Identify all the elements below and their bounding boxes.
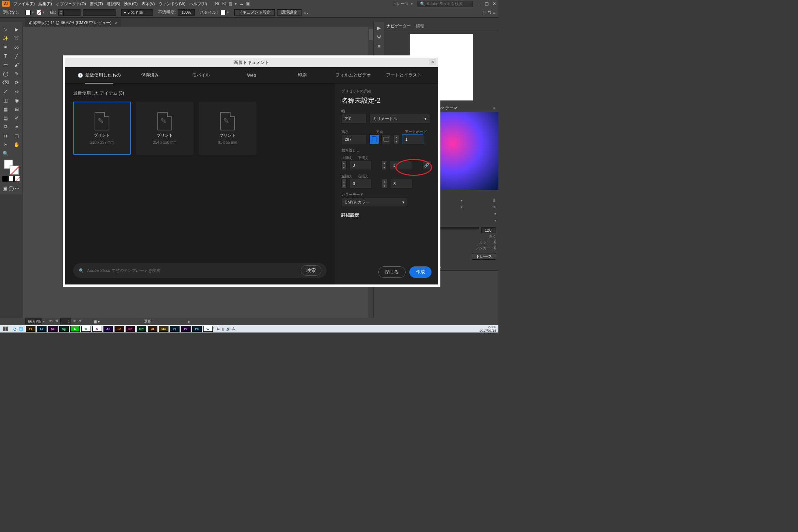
menu-type[interactable]: 書式(T) [90, 1, 103, 7]
scroll-arrow-icon[interactable]: ▸ [188, 320, 190, 324]
direct-selection-tool[interactable]: ▶ [12, 25, 21, 33]
shape-builder-tool[interactable]: ◉ [12, 96, 21, 104]
play-icon[interactable]: ▶ [377, 25, 381, 31]
tray-battery-icon[interactable]: 🗎 [216, 327, 220, 331]
tab-navigator[interactable]: ナビゲーター [386, 23, 411, 29]
free-transform-tool[interactable]: ◫ [1, 96, 10, 104]
align-icon[interactable]: ⌸ [483, 10, 485, 15]
threshold-value[interactable]: 128 [481, 227, 496, 233]
stroke-width-value[interactable] [64, 9, 81, 16]
shaper-tool[interactable]: ◯ [1, 69, 10, 78]
workspace-trace-label[interactable]: トレース [392, 1, 409, 7]
ie-icon[interactable]: e [13, 326, 16, 332]
document-name[interactable]: 名称未設定-2 [341, 96, 432, 105]
pencil-tool[interactable]: ✎ [12, 69, 21, 78]
curvature-tool[interactable]: ᔕ [12, 43, 21, 51]
preset-card[interactable]: プリント 91 x 55 mm [199, 102, 256, 155]
document-setup-button[interactable]: ドキュメント設定 [234, 9, 275, 16]
trace-button[interactable]: トレース [472, 253, 496, 260]
taskbar-app[interactable]: Sc [48, 326, 58, 332]
colormode-select[interactable]: CMYK カラー▾ [341, 197, 408, 207]
bleed-right-spinner[interactable]: ▲▼ [382, 179, 387, 188]
orientation-portrait[interactable] [369, 134, 379, 144]
stroke-width-spinner[interactable]: ▲▼ [58, 9, 64, 16]
height-input[interactable] [341, 134, 366, 144]
bleed-left-spinner[interactable]: ▲▼ [341, 179, 347, 188]
tab-recent[interactable]: 🕓最近使用したもの [74, 67, 125, 83]
preferences-button[interactable]: 環境設定 [277, 9, 301, 16]
tab-close-icon[interactable]: ✕ [115, 21, 117, 25]
taskbar-app[interactable]: Pl [170, 326, 180, 332]
preset-card[interactable]: プリント 254 x 120 mm [136, 102, 194, 155]
workspace-chevron-icon[interactable]: ▾ [411, 1, 413, 6]
screen-mode-full[interactable]: ◯ [8, 184, 14, 192]
slice-tool[interactable]: ✂ [1, 140, 10, 149]
background-color[interactable] [10, 166, 19, 175]
bridge-icon[interactable]: Br [215, 1, 219, 6]
last-page-icon[interactable]: ⏭ [79, 318, 82, 324]
chevron-down-icon[interactable]: ▾ [43, 320, 45, 324]
scale-tool[interactable]: ⤢ [1, 87, 10, 95]
chevron-down-icon[interactable]: ▾ [32, 10, 34, 15]
next-page-icon[interactable]: ▶ [74, 318, 76, 324]
opacity-value[interactable]: 100% [178, 9, 195, 16]
first-page-icon[interactable]: ⏮ [49, 318, 53, 324]
tab-film[interactable]: フィルムとビデオ [328, 67, 378, 83]
magic-wand-tool[interactable]: ✨ [1, 34, 10, 42]
tray-network-icon[interactable]: ▯ [222, 327, 224, 331]
rotate-tool[interactable]: ⟳ [12, 78, 21, 86]
menu-object[interactable]: オブジェクト(O) [56, 1, 86, 7]
width-tool[interactable]: ⇔ [12, 87, 21, 95]
arrange-icon[interactable]: ▦ [228, 1, 232, 6]
artboard-page[interactable]: 1 [60, 318, 71, 324]
stroke-swatch[interactable] [36, 10, 41, 15]
bleed-bottom[interactable] [390, 160, 412, 170]
taskbar-app[interactable]: Ai [148, 326, 157, 332]
panel-menu-icon[interactable]: ≡ [493, 106, 495, 110]
close-button[interactable]: 閉じる [378, 266, 406, 278]
taskbar-app[interactable]: ▶ [70, 326, 80, 332]
perspective-tool[interactable]: ▦ [1, 105, 10, 113]
stock-icon[interactable]: St [222, 1, 226, 6]
create-button[interactable]: 作成 [409, 266, 432, 278]
taskbar-app[interactable]: Ch [126, 326, 135, 332]
panel-menu-icon[interactable]: ≡ [378, 44, 381, 49]
adobe-stock-search[interactable]: 🔍 [417, 1, 473, 7]
window-minimize[interactable]: — [477, 1, 481, 6]
preset-card[interactable]: プリント 210 x 297 mm [73, 102, 131, 155]
chrome-icon[interactable]: 🌐 [18, 327, 24, 331]
gradient-tool[interactable]: ▤ [1, 114, 10, 122]
window-close[interactable]: ✕ [492, 1, 496, 6]
screen-mode-normal[interactable]: ▣ [2, 184, 8, 192]
prev-page-icon[interactable]: ◀ [55, 318, 58, 324]
orientation-landscape[interactable] [381, 134, 391, 144]
brush-preset[interactable]: ● 5 pt. 丸筆 [121, 9, 153, 16]
zoom-tool[interactable]: 🔍 [1, 149, 10, 157]
template-search[interactable]: 🔍 Adobe Stock で他のテンプレートを検索 検索 [73, 263, 327, 278]
taskbar-app[interactable]: Fs [26, 326, 35, 332]
bleed-left[interactable] [349, 179, 372, 188]
transform-icon[interactable]: ⇆ [488, 10, 491, 15]
chevron-down-icon[interactable]: ▾ [42, 10, 45, 15]
menu-help[interactable]: ヘルプ(H) [189, 1, 207, 7]
mesh-tool[interactable]: ⊞ [12, 105, 21, 113]
taskbar-app[interactable]: Mu [159, 326, 168, 332]
taskbar-app[interactable]: W [203, 326, 213, 332]
tray-ime-icon[interactable]: A [232, 327, 235, 331]
width-input[interactable] [341, 114, 366, 123]
eraser-tool[interactable]: ⌫ [1, 78, 10, 86]
blend-tool[interactable]: ⧉ [1, 123, 10, 131]
unit-select[interactable]: ミリメートル▾ [369, 114, 430, 123]
menu-file[interactable]: ファイル(F) [13, 1, 35, 7]
menu-window[interactable]: ウィンドウ(W) [158, 1, 185, 7]
start-button[interactable] [0, 325, 11, 332]
tab-mobile[interactable]: モバイル [175, 67, 226, 83]
artboard-count-input[interactable] [402, 134, 423, 144]
menu-select[interactable]: 選択(S) [107, 1, 120, 7]
document-tab[interactable]: 名称未設定-1* @ 66.67% (CMYK/プレビュー) ✕ [25, 18, 121, 27]
advanced-settings-link[interactable]: 詳細設定 [341, 212, 432, 218]
taskbar-app[interactable]: Pr [181, 326, 191, 332]
taskbar-app[interactable]: Ps [192, 326, 202, 332]
bleed-top-spinner[interactable]: ▲▼ [341, 160, 347, 170]
system-clock[interactable]: 22:36 2017/03/14 [480, 325, 498, 332]
